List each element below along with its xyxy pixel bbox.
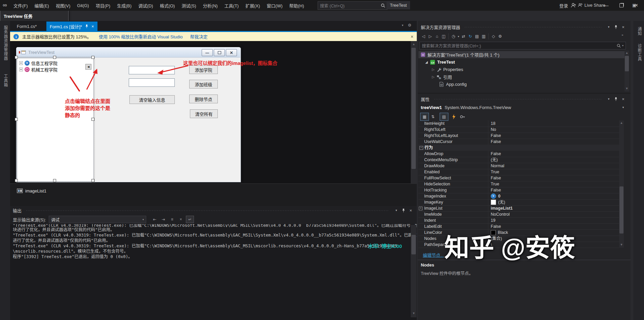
form-maximize-button[interactable]	[214, 49, 225, 56]
se-switch-views-icon[interactable]: ◫	[440, 34, 447, 39]
solution-node[interactable]: ∞ 解决方案"TreeTest"(1 个项目/共 1 个)	[418, 51, 625, 58]
tab-list-chevron-icon[interactable]: ▾	[402, 24, 403, 27]
property-value[interactable]: (无)	[491, 157, 618, 163]
resize-handle[interactable]	[53, 179, 56, 182]
property-value[interactable]: False	[491, 187, 618, 193]
panel-menu-icon[interactable]: ▾	[605, 97, 612, 101]
scrollbar-thumb[interactable]	[619, 186, 623, 234]
property-value[interactable]: 19	[491, 217, 618, 223]
collapsed-triangle-icon[interactable]: ▷	[432, 75, 435, 79]
solution-explorer-scrollbar[interactable]: ▲ ▼	[625, 50, 629, 92]
se-properties-icon[interactable]: ⚙	[497, 34, 504, 39]
property-value[interactable]: False	[491, 175, 618, 181]
menu-project[interactable]: 项目(P)	[92, 0, 114, 11]
expand-plus-icon[interactable]: +	[19, 68, 23, 71]
menu-git[interactable]: Git(G)	[74, 0, 92, 11]
expand-plus-icon[interactable]: +	[19, 61, 23, 65]
restore-button[interactable]	[614, 0, 629, 11]
se-pending-changes-icon[interactable]: ◷	[450, 34, 457, 39]
category-row-behavior[interactable]: − 行为	[418, 145, 619, 151]
categorized-view-icon[interactable]: ▦	[420, 113, 429, 121]
property-name[interactable]: ImeMode	[424, 211, 487, 217]
property-value-imagekey[interactable]: (无)	[491, 199, 618, 205]
properties-node[interactable]: ▷ Properties	[418, 66, 625, 73]
property-name[interactable]: ImageIndex	[424, 193, 487, 199]
alphabetical-sort-icon[interactable]: ⇅	[429, 113, 437, 120]
resize-handle[interactable]	[91, 56, 94, 59]
menu-window[interactable]: 窗口(W)	[264, 0, 286, 11]
smart-tag-arrow-icon[interactable]: ◀	[85, 64, 91, 70]
property-name[interactable]: ImageList	[424, 205, 487, 211]
se-forward-icon[interactable]: ▷	[427, 34, 434, 39]
menu-file[interactable]: 文件(F)	[10, 0, 31, 11]
pin-icon[interactable]	[402, 208, 405, 213]
designer-scrollbar[interactable]: ▲ ▼	[411, 41, 416, 206]
property-name[interactable]: Enabled	[424, 169, 487, 175]
property-value[interactable]: Normal	[491, 163, 618, 169]
expand-plus-icon[interactable]: +	[419, 207, 422, 210]
scroll-down-icon[interactable]: ▼	[619, 243, 624, 246]
find-message-icon[interactable]: ⇤	[151, 216, 158, 223]
menu-test[interactable]: 测试(S)	[178, 0, 199, 11]
properties-view-icon[interactable]: ▤	[440, 113, 448, 121]
property-name[interactable]: RightToLeftLayout	[424, 133, 487, 139]
property-name[interactable]: ImageKey	[424, 199, 487, 205]
menu-view[interactable]: 视图(V)	[52, 0, 74, 11]
events-lightning-icon[interactable]	[452, 114, 456, 119]
infobar-help-link[interactable]: 帮我决定	[190, 33, 208, 40]
property-pages-key-icon[interactable]	[460, 114, 465, 119]
property-name[interactable]: RightToLeft	[424, 127, 487, 133]
add-college-button[interactable]: 添加学院	[189, 65, 218, 74]
property-value[interactable]: imageList1	[491, 205, 618, 211]
word-wrap-toggle-icon[interactable]: ↵	[186, 216, 194, 223]
property-value[interactable]: NoControl	[491, 211, 618, 217]
resize-handle[interactable]	[15, 56, 18, 59]
chevron-down-icon[interactable]: ▾	[620, 106, 627, 109]
se-view-code-icon[interactable]: ◇	[490, 34, 497, 39]
properties-object-row[interactable]: treeView1 System.Windows.Forms.TreeView …	[421, 104, 627, 111]
delete-node-button[interactable]: 删除节点	[189, 95, 218, 103]
expanded-triangle-icon[interactable]: ◢	[425, 60, 428, 64]
property-name[interactable]: ContextMenuStrip	[424, 157, 487, 163]
treeview-control[interactable]: + ♥ 信息工程学院 + 机械工程学院	[17, 58, 94, 182]
tray-item-imagelist[interactable]: imageList1	[17, 188, 46, 194]
menu-format[interactable]: 格式(O)	[156, 0, 178, 11]
resize-handle[interactable]	[15, 179, 18, 182]
property-name[interactable]: HideSelection	[424, 181, 487, 187]
project-node[interactable]: ◢ C# TreeTest	[418, 59, 625, 66]
tab-form1-code[interactable]: Form1.cs*	[13, 22, 40, 31]
panel-close-icon[interactable]: ×	[620, 97, 627, 102]
scroll-up-icon[interactable]: ▲	[411, 42, 416, 46]
chevron-down-icon[interactable]: ▾	[457, 35, 460, 38]
tab-options-gear-icon[interactable]: ⚙	[408, 23, 411, 28]
infobar-restart-link[interactable]: 使用 100% 缩放比例重新启动 Visual Studio	[99, 33, 183, 40]
references-node[interactable]: ▷ 引用	[418, 73, 625, 80]
collapsed-triangle-icon[interactable]: ▷	[432, 68, 435, 71]
output-window-menu-icon[interactable]: ▾	[393, 209, 400, 212]
form-minimize-button[interactable]: —	[202, 49, 213, 56]
se-sync-icon[interactable]: ⇄	[460, 34, 467, 39]
scroll-down-icon[interactable]: ▼	[411, 312, 416, 315]
edit-nodes-command-link[interactable]: 编辑节点...	[423, 252, 444, 258]
property-value-imageindex[interactable]: ♥ 0	[491, 193, 618, 199]
pin-icon[interactable]	[85, 24, 88, 28]
property-name[interactable]: FullRowSelect	[424, 175, 487, 181]
menu-analyze[interactable]: 分析(N)	[200, 0, 221, 11]
scroll-down-icon[interactable]: ▼	[625, 87, 629, 90]
college-textbox[interactable]	[129, 66, 175, 74]
scrollbar-thumb[interactable]	[411, 235, 416, 254]
output-source-dropdown[interactable]: 调试 ▾	[49, 216, 146, 223]
sidebar-tab-notifications[interactable]: 通知	[637, 27, 642, 36]
collapse-minus-icon[interactable]: −	[419, 146, 423, 150]
pin-icon[interactable]	[614, 25, 618, 29]
tab-close-icon[interactable]: ×	[91, 24, 94, 29]
sidebar-tab-toolbox[interactable]: 工具箱	[3, 74, 8, 87]
se-home-icon[interactable]: ⌂	[434, 34, 440, 39]
pin-icon[interactable]	[614, 97, 618, 101]
resize-handle[interactable]	[53, 56, 56, 59]
property-grid-scrollbar[interactable]: ▲ ▼	[619, 120, 624, 248]
property-name[interactable]: UseWaitCursor	[424, 139, 487, 145]
sidebar-tab-server-explorer[interactable]: 服务器资源管理器	[3, 26, 8, 61]
se-collapse-all-icon[interactable]: ▤	[474, 34, 480, 39]
menu-tools[interactable]: 工具(T)	[221, 0, 242, 11]
